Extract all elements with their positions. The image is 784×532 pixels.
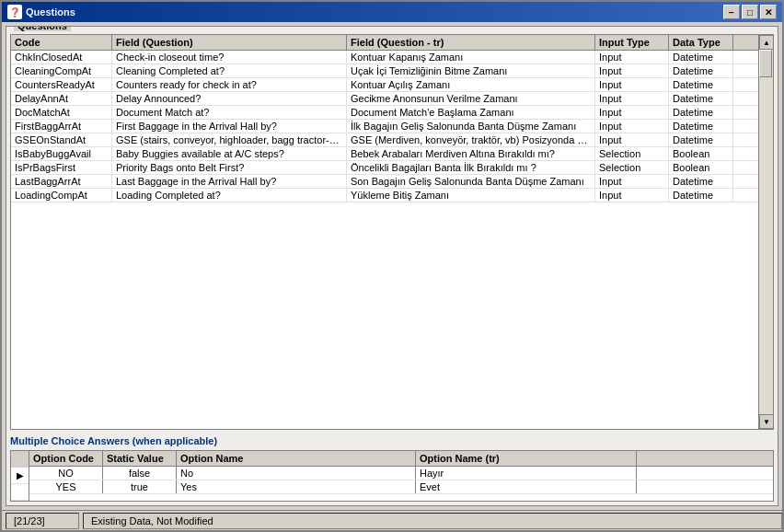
answers-col-name-tr: Option Name (tr) [416,451,637,466]
scroll-track[interactable] [759,50,773,414]
cell-field: Last Baggage in the Arrival Hall by? [112,175,347,188]
answer-code: NO [29,467,103,480]
table-row[interactable]: IsBabyBuggAvail Baby Buggies available a… [11,147,758,161]
cell-field-tr: Yükleme Bitiş Zamanı [347,189,595,202]
cell-input-type: Selection [595,161,669,174]
cell-field: GSE (stairs, conveyor, highloader, bagg … [112,133,347,146]
cell-data-type: Boolean [669,161,733,174]
cell-data-type: Datetime [669,51,733,64]
col-header-input-type: Input Type [595,35,669,50]
table-row[interactable]: DelayAnnAt Delay Announced? Gecikme Anon… [11,92,758,106]
scroll-thumb[interactable] [759,50,772,77]
cell-field: Delay Announced? [112,92,347,105]
cell-data-type: Datetime [669,120,733,133]
main-window: ❓ Questions − □ ✕ Questions Code [0,0,784,532]
answers-body: NO false No Hayır YES true Yes Evet [29,467,773,494]
cell-field: Cleaning Completed at? [112,64,347,77]
cell-input-type: Selection [595,147,669,160]
table-row[interactable]: GSEOnStandAt GSE (stairs, conveyor, high… [11,133,758,147]
questions-group: Questions Code Field (Question) [6,26,778,506]
cell-field-tr: Bebek Arabaları Merdiven Altına Bırakıld… [347,147,595,160]
inner-content: Code Field (Question) Field (Question - … [6,27,778,505]
record-indicator: [21/23] [6,513,79,529]
answers-col-static: Static Value [103,451,177,466]
answers-row[interactable]: NO false No Hayır [29,467,773,480]
close-button[interactable]: ✕ [760,5,777,19]
cell-code: CleaningCompAt [11,64,112,77]
cell-input-type: Input [595,120,669,133]
answer-name-tr: Hayır [416,467,637,480]
table-row[interactable]: CountersReadyAt Counters ready for check… [11,78,758,92]
status-message: Existing Data, Not Modified [83,513,782,529]
minimize-button[interactable]: − [723,5,740,19]
table-body[interactable]: ChkInClosedAt Check-in closeout time? Ko… [11,51,758,429]
cell-field-tr: Son Bagajın Geliş Salonunda Banta Düşme … [347,175,595,188]
cell-input-type: Input [595,78,669,91]
scroll-down-button[interactable]: ▼ [759,414,774,429]
cell-code: DocMatchAt [11,106,112,119]
cell-field: Counters ready for check in at? [112,78,347,91]
window-icon: ❓ [7,5,22,19]
table-row[interactable]: CleaningCompAt Cleaning Completed at? Uç… [11,64,758,78]
answers-col-name: Option Name [177,451,416,466]
answer-name: Yes [177,480,416,493]
scroll-up-button[interactable]: ▲ [759,35,774,50]
table-header: Code Field (Question) Field (Question - … [11,35,758,51]
cell-data-type: Datetime [669,189,733,202]
table-row[interactable]: DocMatchAt Document Match at? Document M… [11,106,758,120]
table-row[interactable]: FirstBaggArrAt First Baggage in the Arri… [11,120,758,133]
window-title: Questions [26,6,723,17]
cell-input-type: Input [595,92,669,105]
col-header-field: Field (Question) [112,35,347,50]
cell-field: Document Match at? [112,106,347,119]
window-content: Questions Code Field (Question) [2,22,782,510]
cell-data-type: Datetime [669,92,733,105]
table-row[interactable]: IsPrBagsFirst Priority Bags onto Belt Fi… [11,161,758,175]
table-row[interactable]: LoadingCompAt Loading Completed at? Yükl… [11,189,758,202]
cell-field: Check-in closeout time? [112,51,347,64]
cell-code: LastBaggArrAt [11,175,112,188]
cell-data-type: Datetime [669,64,733,77]
cell-field-tr: Öncelikli Bagajları Banta İlk Bırakıldı … [347,161,595,174]
cell-field: Loading Completed at? [112,189,347,202]
cell-field: First Baggage in the Arrival Hall by? [112,120,347,133]
answers-row[interactable]: YES true Yes Evet [29,480,773,494]
status-bar: [21/23] Existing Data, Not Modified [2,510,782,530]
cell-data-type: Datetime [669,78,733,91]
cell-field-tr: Gecikme Anonsunun Verilme Zamanı [347,92,595,105]
cell-code: FirstBaggArrAt [11,120,112,133]
table-row[interactable]: ChkInClosedAt Check-in closeout time? Ko… [11,51,758,64]
cell-input-type: Input [595,175,669,188]
cell-input-type: Input [595,64,669,77]
cell-data-type: Datetime [669,106,733,119]
title-bar: ❓ Questions − □ ✕ [2,2,782,22]
cell-field-tr: Kontuar Kapanış Zamanı [347,51,595,64]
cell-code: CountersReadyAt [11,78,112,91]
cell-input-type: Input [595,133,669,146]
group-label: Questions [14,26,71,31]
col-header-data-type: Data Type [669,35,733,50]
cell-data-type: Datetime [669,175,733,188]
cell-code: DelayAnnAt [11,92,112,105]
maximize-button[interactable]: □ [742,5,758,19]
col-header-code: Code [11,35,112,50]
vertical-scrollbar[interactable]: ▲ ▼ [758,35,773,429]
col-header-field-tr: Field (Question - tr) [347,35,595,50]
questions-table: Code Field (Question) Field (Question - … [11,35,758,429]
cell-data-type: Boolean [669,147,733,160]
cell-field-tr: Document Match'e Başlama Zamanı [347,106,595,119]
cell-input-type: Input [595,106,669,119]
answer-name-tr: Evet [416,480,637,493]
answers-header: Option Code Static Value Option Name Opt… [29,451,773,467]
answer-code: YES [29,480,103,493]
answers-col-code: Option Code [29,451,103,466]
cell-field-tr: Kontuar Açılış Zamanı [347,78,595,91]
answer-static: true [103,480,177,493]
cell-code: GSEOnStandAt [11,133,112,146]
cell-field: Priority Bags onto Belt First? [112,161,347,174]
cell-field: Baby Buggies available at A/C steps? [112,147,347,160]
cell-input-type: Input [595,51,669,64]
table-row[interactable]: LastBaggArrAt Last Baggage in the Arriva… [11,175,758,189]
cell-field-tr: İlk Bagajın Geliş Salonunda Banta Düşme … [347,120,595,133]
cell-code: LoadingCompAt [11,189,112,202]
